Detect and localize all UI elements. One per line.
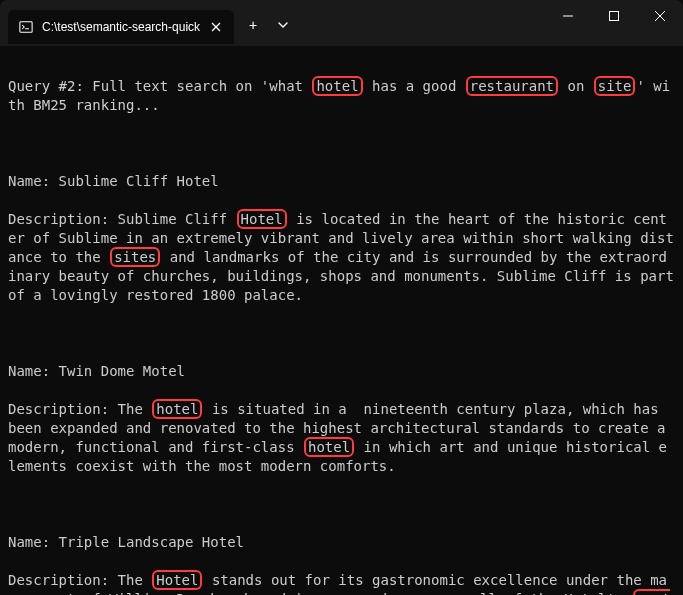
terminal-icon: [18, 19, 34, 35]
result-description: Description: Sublime Cliff Hotel is loca…: [8, 210, 675, 305]
close-button[interactable]: [637, 0, 683, 32]
terminal-tab[interactable]: C:\test\semantic-search-quick: [8, 10, 234, 44]
highlight-hotel: hotel: [312, 76, 362, 96]
highlight-hotel: Hotel: [152, 570, 202, 590]
highlight-sites: sites: [110, 247, 160, 267]
result-name: Name: Twin Dome Motel: [8, 362, 675, 381]
result-name: Name: Triple Landscape Hotel: [8, 533, 675, 552]
highlight-hotel: hotel: [304, 437, 354, 457]
tab-title: C:\test\semantic-search-quick: [42, 20, 200, 34]
highlight-hotel: hotel: [152, 399, 202, 419]
result-name: Name: Sublime Cliff Hotel: [8, 172, 675, 191]
tab-dropdown-button[interactable]: [268, 10, 298, 40]
highlight-restaurant: restaurant: [466, 76, 558, 96]
maximize-button[interactable]: [591, 0, 637, 32]
minimize-button[interactable]: [545, 0, 591, 32]
svg-rect-5: [610, 12, 619, 21]
titlebar: C:\test\semantic-search-quick +: [0, 0, 683, 46]
new-tab-button[interactable]: +: [238, 10, 268, 40]
window-controls: [545, 0, 683, 34]
query-line: Query #2: Full text search on 'what hote…: [8, 78, 670, 113]
result-description: Description: The hotel is situated in a …: [8, 400, 675, 476]
svg-rect-0: [20, 22, 32, 33]
result-description: Description: The Hotel stands out for it…: [8, 571, 675, 595]
terminal-output[interactable]: Query #2: Full text search on 'what hote…: [0, 46, 683, 595]
highlight-hotel: Hotel: [237, 209, 287, 229]
highlight-site: site: [594, 76, 636, 96]
tab-close-button[interactable]: [208, 19, 224, 35]
